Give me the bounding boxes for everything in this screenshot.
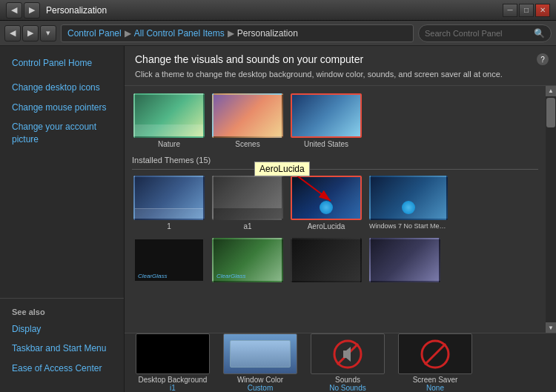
- theme-thumb-dark4: [369, 238, 440, 282]
- theme-thumb-1: [133, 176, 205, 220]
- bottom-thumb-screen-saver: [398, 333, 472, 374]
- scrollbar-thumb[interactable]: [546, 98, 555, 127]
- close-button[interactable]: ✕: [535, 4, 550, 17]
- scroll-up-btn[interactable]: ▲: [546, 86, 556, 96]
- search-input[interactable]: [425, 29, 531, 38]
- scrollbar[interactable]: ▲ ▼: [546, 86, 556, 333]
- search-icon: 🔍: [534, 28, 545, 39]
- theme-area: AeroLucida Nature: [125, 86, 556, 333]
- see-also-label: See also: [0, 305, 124, 319]
- theme-item-us[interactable]: United States: [289, 92, 363, 150]
- theme-item-aerolucida[interactable]: AeroLucida: [289, 174, 363, 232]
- scroll-down-btn[interactable]: ▼: [546, 322, 556, 333]
- theme-name-scenes: Scenes: [212, 140, 283, 148]
- content-header: Change the visuals and sounds on your co…: [125, 46, 556, 86]
- theme-item-dark4[interactable]: [368, 236, 442, 286]
- sidebar-item-change-mouse-pointers[interactable]: Change mouse pointers: [0, 98, 124, 118]
- bottom-item-sounds[interactable]: Sounds No Sounds: [307, 333, 388, 392]
- theme-thumb-us: [291, 93, 362, 138]
- tooltip: AeroLucida: [254, 162, 310, 176]
- title-bar: ◀ ▶ Personalization ─ □ ✕: [0, 0, 556, 21]
- dropdown-button[interactable]: ▾: [40, 25, 56, 41]
- content-area: ? Change the visuals and sounds on your …: [125, 46, 556, 392]
- back-button[interactable]: ◀: [4, 25, 21, 41]
- theme-item-nature[interactable]: Nature: [132, 92, 206, 150]
- theme-item-scenes[interactable]: Scenes: [211, 92, 285, 150]
- theme-thumb-a1: [212, 176, 283, 220]
- bottom-bar: Desktop Background i1 Window Color Custo…: [125, 333, 556, 392]
- theme-thumb-nature: [133, 93, 205, 138]
- content-title: Change the visuals and sounds on your co…: [135, 53, 546, 65]
- window-forward-btn[interactable]: ▶: [24, 2, 40, 19]
- bottom-item-window-color[interactable]: Window Color Custom: [219, 333, 301, 392]
- svg-line-5: [425, 344, 446, 365]
- theme-thumb-aerolucida: [291, 176, 362, 220]
- installed-themes-row1: 1 a1: [132, 174, 538, 232]
- bottom-item-screen-saver[interactable]: Screen Saver None: [394, 333, 476, 392]
- bottom-label-screen-saver: Screen Saver: [413, 376, 458, 384]
- theme-scroll[interactable]: AeroLucida Nature: [125, 86, 546, 333]
- bottom-thumb-desktop-bg: [136, 333, 210, 374]
- installed-themes-label: Installed Themes (15): [132, 153, 538, 170]
- sidebar-item-taskbar-start-menu[interactable]: Taskbar and Start Menu: [0, 339, 124, 359]
- bottom-sublabel-screen-saver: None: [426, 384, 444, 392]
- theme-item-dark3[interactable]: [289, 236, 363, 286]
- bottom-sublabel-sounds: No Sounds: [329, 384, 365, 392]
- theme-item-a1[interactable]: a1: [211, 174, 285, 232]
- installed-themes-row2: ClearGlass ClearGlass: [132, 236, 538, 286]
- theme-name-us: United States: [291, 140, 362, 148]
- help-button[interactable]: ?: [537, 53, 549, 65]
- theme-item-clearglass1[interactable]: ClearGlass: [132, 236, 206, 286]
- content-description: Click a theme to change the desktop back…: [135, 68, 546, 81]
- sidebar-item-control-panel-home[interactable]: Control Panel Home: [0, 53, 124, 73]
- bottom-sublabel-desktop-bg: i1: [170, 384, 176, 392]
- bottom-label-desktop-bg: Desktop Background: [139, 376, 208, 384]
- window-title: Personalization: [46, 5, 503, 16]
- sidebar-item-change-account-picture[interactable]: Change your account picture: [0, 117, 124, 150]
- theme-item-clearglass2[interactable]: ClearGlass: [211, 236, 285, 286]
- screen-saver-icon: [420, 339, 450, 369]
- search-box[interactable]: 🔍: [418, 24, 552, 42]
- bottom-label-window-color: Window Color: [237, 376, 283, 384]
- theme-item-w7nostartmenu[interactable]: Windows 7 No Start Menu User Picture: [368, 174, 449, 232]
- theme-thumb-dark3: [291, 238, 362, 282]
- theme-thumb-clearglass2: ClearGlass: [212, 238, 283, 282]
- breadcrumb-control-panel[interactable]: Control Panel: [67, 28, 122, 39]
- theme-name-nature: Nature: [133, 140, 205, 148]
- theme-item-1[interactable]: 1: [132, 174, 206, 232]
- microsoft-themes-row: Nature Scenes United States: [132, 92, 538, 150]
- theme-thumb-scenes: [212, 93, 283, 138]
- bottom-thumb-window-color: [223, 333, 297, 374]
- sidebar: Control Panel Home Change desktop icons …: [0, 46, 125, 392]
- theme-thumb-w7nostartmenu: [369, 176, 448, 220]
- sounds-icon: [333, 339, 363, 369]
- main-area: Control Panel Home Change desktop icons …: [0, 46, 556, 392]
- theme-name-a1: a1: [212, 222, 283, 230]
- sidebar-item-ease-of-access[interactable]: Ease of Access Center: [0, 359, 124, 379]
- address-bar: ◀ ▶ ▾ Control Panel ▶ All Control Panel …: [0, 21, 556, 46]
- breadcrumb: Control Panel ▶ All Control Panel Items …: [61, 24, 414, 42]
- forward-button[interactable]: ▶: [22, 25, 39, 41]
- breadcrumb-all-items[interactable]: All Control Panel Items: [134, 28, 225, 39]
- maximize-button[interactable]: □: [519, 4, 534, 17]
- breadcrumb-personalization: Personalization: [237, 28, 298, 39]
- bottom-thumb-sounds: [311, 333, 385, 374]
- bottom-item-desktop-bg[interactable]: Desktop Background i1: [132, 333, 214, 392]
- theme-name-aerolucida: AeroLucida: [291, 222, 362, 230]
- theme-name-1: 1: [133, 222, 205, 230]
- theme-name-w7nostartmenu: Windows 7 No Start Menu User Picture: [369, 222, 448, 230]
- sidebar-item-display[interactable]: Display: [0, 319, 124, 339]
- sidebar-divider: [0, 298, 124, 299]
- bottom-sublabel-window-color: Custom: [248, 384, 273, 392]
- window-back-btn[interactable]: ◀: [6, 2, 22, 19]
- theme-thumb-clearglass1: ClearGlass: [133, 238, 205, 282]
- sidebar-item-change-desktop-icons[interactable]: Change desktop icons: [0, 78, 124, 98]
- minimize-button[interactable]: ─: [503, 4, 517, 17]
- bottom-label-sounds: Sounds: [335, 376, 360, 384]
